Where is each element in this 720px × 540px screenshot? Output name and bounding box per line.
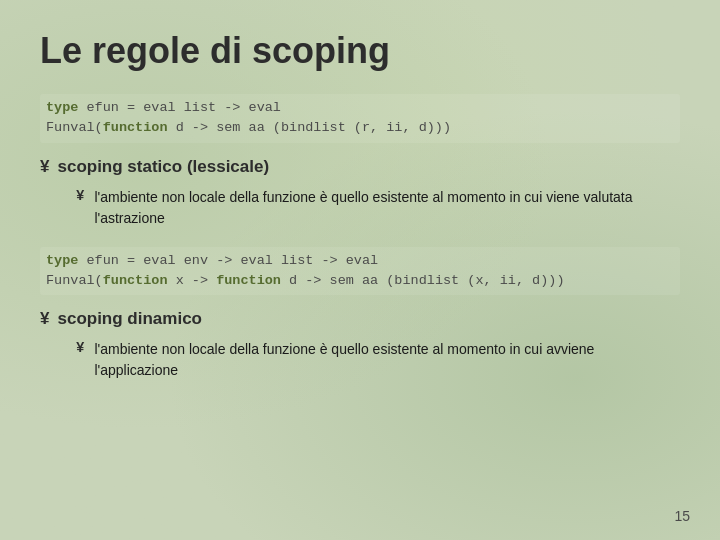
section2-header: ¥ scoping dinamico	[40, 309, 680, 329]
code-block-1: type efun = eval list -> eval Funval(fun…	[40, 94, 680, 143]
code-line-1: type efun = eval list -> eval	[46, 98, 674, 118]
code-line-3: type efun = eval env -> eval list -> eva…	[46, 251, 674, 271]
section2-label: scoping dinamico	[57, 309, 202, 329]
bullet1-text: l'ambiente non locale della funzione è q…	[94, 187, 680, 229]
code-line-2: Funval(function d -> sem aa (bindlist (r…	[46, 118, 674, 138]
section1-bullet: ¥ l'ambiente non locale della funzione è…	[76, 187, 680, 229]
slide-title: Le regole di scoping	[40, 30, 680, 72]
section2-bullet: ¥ l'ambiente non locale della funzione è…	[76, 339, 680, 381]
section1-label: scoping statico (lessicale)	[57, 157, 269, 177]
code-block-2: type efun = eval env -> eval list -> eva…	[40, 247, 680, 296]
keyword-type-2: type	[46, 253, 78, 268]
section1-header: ¥ scoping statico (lessicale)	[40, 157, 680, 177]
bullet2-text: l'ambiente non locale della funzione è q…	[94, 339, 680, 381]
keyword-type-1: type	[46, 100, 78, 115]
slide: Le regole di scoping type efun = eval li…	[0, 0, 720, 540]
keyword-function-3: function	[216, 273, 281, 288]
page-number: 15	[674, 508, 690, 524]
section1-icon: ¥	[40, 157, 49, 177]
bullet2-symbol: ¥	[76, 340, 84, 356]
keyword-function-1: function	[103, 120, 168, 135]
code-line-4: Funval(function x -> function d -> sem a…	[46, 271, 674, 291]
bullet1-symbol: ¥	[76, 188, 84, 204]
section2-icon: ¥	[40, 309, 49, 329]
keyword-function-2: function	[103, 273, 168, 288]
